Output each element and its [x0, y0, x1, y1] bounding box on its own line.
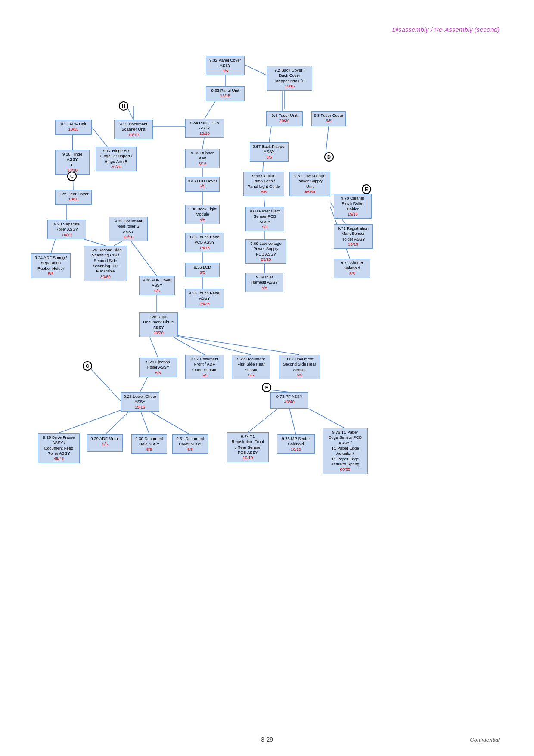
node-n917: 9.17 Hinge R /Hinge R Support /Hinge Arm… [96, 147, 137, 171]
node-n967back: 9.67 Back FlapperASSY5/5 [250, 142, 289, 162]
node-n927front: 9.27 DocumentFront / ADFOpen Sensor5/5 [185, 355, 224, 379]
node-n975: 9.75 MP SectorSolenoid10/10 [277, 434, 315, 454]
node-num-n929: 5/5 [89, 441, 121, 447]
node-n916: 9.16 Hinge ASSYL10/10 [55, 150, 90, 175]
node-num-n926: 20/20 [141, 330, 176, 335]
node-num-n94: 20/30 [268, 118, 301, 123]
node-num-n928ej: 5/5 [141, 370, 175, 375]
node-n971shut: 9.71 ShutterSolenoid5/5 [334, 259, 370, 278]
node-n930: 9.30 DocumentHold ASSY5/5 [131, 434, 167, 454]
node-n929: 9.29 ADF Motor5/5 [87, 434, 123, 452]
node-num-n973: 40/40 [273, 399, 306, 404]
node-num-n917: 20/20 [98, 164, 134, 169]
svg-line-28 [105, 409, 131, 434]
node-n935: 9.35 RubberKey5/15 [185, 149, 220, 168]
node-n974: 9.74 T1Registration Front/ Rear SensorPC… [227, 432, 269, 462]
svg-line-22 [149, 334, 158, 358]
node-n970: 9.70 CleanerPinch RollerHolder15/15 [334, 194, 372, 219]
node-num-n967back: 5/5 [252, 155, 286, 160]
node-n927sec: 9.27 DpcumentSecond Side RearSensor5/5 [279, 355, 320, 379]
node-num-n933: 15/15 [208, 93, 242, 98]
node-num-n936back: 5/5 [187, 217, 217, 222]
svg-line-45 [308, 409, 345, 428]
node-n934: 9.34 Panel PCBASSY10/10 [185, 119, 224, 138]
node-n936back: 9.36 Back LightModule5/5 [185, 205, 220, 224]
node-num-n92: 15/15 [269, 84, 310, 89]
node-n936lcd: 9.36 LCD Cover5/5 [185, 177, 220, 192]
node-num-n925doc: 10/10 [111, 234, 146, 240]
node-n915adf: 9.15 ADF Unit10/15 [55, 120, 92, 135]
node-n969low: 9.69 Low-voltagePower SupplyPCB ASSY25/2… [245, 239, 286, 264]
page-number: 3-29 [261, 736, 273, 743]
node-num-n928drive: 45/45 [40, 456, 78, 461]
node-n968: 9.68 Paper EjectSensor PCBASSY5/5 [245, 207, 284, 231]
node-num-n971shut: 5/5 [336, 271, 368, 276]
node-n967low: 9.67 Low-voltagePower SupplyUnit45/60 [289, 172, 330, 196]
node-num-n93: 5/5 [314, 118, 344, 123]
node-num-n915adf: 10/15 [57, 127, 90, 132]
node-num-n974: 10/10 [229, 455, 267, 460]
svg-line-25 [168, 334, 299, 355]
node-n936caut: 9.36 CautionLamp Lens /Panel Light Guide… [243, 172, 284, 196]
svg-line-27 [58, 409, 123, 433]
confidential-label: Confidential [470, 737, 500, 743]
svg-line-24 [168, 334, 251, 355]
node-num-n930: 5/5 [134, 447, 165, 452]
svg-line-1 [245, 65, 267, 75]
node-n936touch_pcb: 9.36 Touch PanelPCB ASSY15/15 [185, 233, 224, 252]
circle-circC1: C [67, 172, 77, 181]
node-num-n936lcd2: 5/5 [187, 270, 217, 275]
svg-line-32 [269, 126, 271, 142]
node-n923: 9.23 SeparateRoller ASSY10/10 [47, 220, 86, 239]
node-num-n934: 10/10 [187, 131, 222, 136]
node-n922: 9.22 Gear Cover10/10 [55, 190, 92, 205]
node-n924: 9.24 ADF Spring /SeparationRubber Holder… [31, 253, 71, 278]
node-num-n927first: 5/5 [234, 372, 268, 378]
node-n94: 9.4 Fuser Unit20/30 [266, 111, 303, 126]
svg-line-26 [140, 375, 149, 392]
node-n931: 9.31 DocumentCover ASSY5/5 [172, 434, 208, 454]
node-num-n927sec: 5/5 [281, 372, 318, 378]
node-n915doc: 9.15 DocumentScanner Unit10/10 [114, 120, 153, 139]
node-n969inlet: 9.69 InletHarness ASSY5/5 [245, 273, 283, 292]
node-num-n920: 5/5 [141, 288, 173, 294]
node-num-n969low: 25/25 [248, 257, 284, 262]
node-n926: 9.26 UpperDocument ChuteASSY20/20 [139, 312, 178, 337]
node-n936touch: 9.36 Touch PanelASSY25/25 [185, 289, 224, 308]
svg-line-47 [127, 107, 134, 120]
circle-circC2: C [83, 361, 92, 371]
node-num-n975: 10/10 [279, 447, 313, 452]
node-num-n936caut: 5/5 [245, 189, 282, 194]
svg-line-46 [88, 366, 121, 401]
svg-line-43 [248, 409, 278, 432]
svg-line-2 [205, 101, 215, 119]
node-n973: 9.73 PF ASSY40/40 [270, 392, 308, 409]
node-num-n915doc: 10/10 [116, 132, 151, 137]
node-num-n932: 5/5 [208, 69, 242, 74]
node-num-n923: 10/10 [50, 232, 84, 237]
node-num-n936lcd: 5/5 [187, 184, 217, 189]
node-num-n928lower: 15/15 [123, 405, 157, 410]
node-num-n935: 5/15 [187, 161, 217, 166]
node-n928lower: 9.28 Lower ChuteASSY15/15 [121, 392, 159, 412]
node-num-n967low: 45/60 [292, 189, 328, 194]
page: Disassembly / Re-Assembly (second) [0, 0, 534, 756]
node-num-n976: 60/55 [325, 467, 366, 472]
node-n927first: 9.27 DocumentFirst Side RearSensor5/5 [232, 355, 270, 379]
node-n971reg: 9.71 RegistrationMark SensorHolder ASSY1… [334, 224, 373, 249]
node-n928drive: 9.28 Drive FrameASSY /Document FeedRolle… [38, 433, 80, 463]
node-num-n924: 5/5 [33, 271, 68, 276]
node-num-n931: 5/5 [174, 447, 206, 452]
node-num-n969inlet: 5/5 [248, 285, 281, 291]
node-n933: 9.33 Panel Unit15/15 [206, 86, 245, 101]
page-title: Disassembly / Re-Assembly (second) [392, 26, 500, 33]
node-n928ej: 9.28 EjectionRoller ASSY5/5 [139, 358, 177, 377]
node-num-n922: 10/10 [57, 197, 90, 202]
svg-line-30 [146, 409, 190, 434]
node-num-n936touch: 25/25 [187, 301, 222, 306]
node-n936lcd2: 9.36 LCD5/5 [185, 263, 220, 277]
node-n92: 9.2 Back Cover /Back CoverStopper Arm L/… [267, 66, 312, 91]
node-n93: 9.3 Fuser Cover5/5 [311, 111, 346, 126]
node-num-n925sec: 30/60 [86, 274, 125, 279]
circle-circE: E [362, 184, 371, 194]
